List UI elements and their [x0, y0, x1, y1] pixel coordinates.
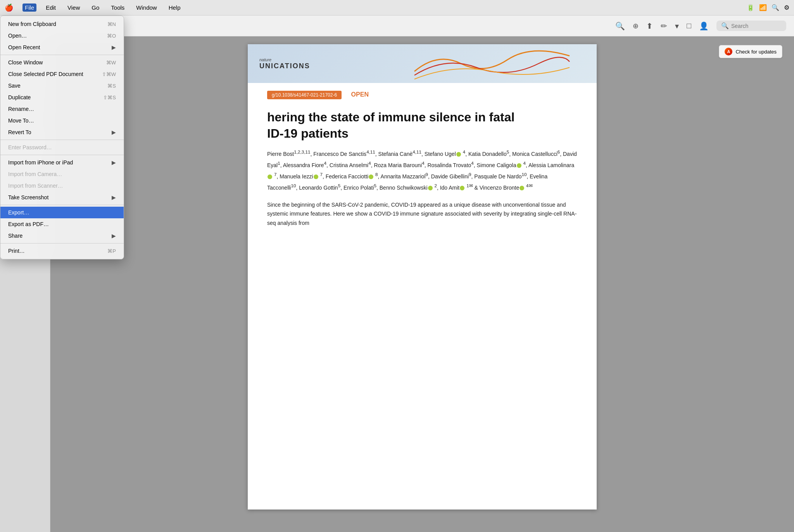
shortcut-print: ⌘P [107, 248, 116, 254]
menu-label-rename: Rename… [8, 106, 116, 112]
apple-icon: 🍎 [5, 3, 13, 12]
arrow-open-recent: ▶ [112, 44, 116, 50]
arrow-import-iphone: ▶ [112, 159, 116, 166]
menu-window[interactable]: Window [134, 3, 159, 12]
menu-edit[interactable]: Edit [43, 3, 58, 12]
header-wave-svg [387, 44, 597, 83]
file-dropdown-menu: New from Clipboard ⌘N Open… ⌘O Open Rece… [0, 16, 124, 259]
check-updates-button[interactable]: A Check for updates [719, 45, 782, 58]
search-input[interactable] [731, 23, 782, 29]
menu-item-close-pdf[interactable]: Close Selected PDF Document ⇧⌘W [0, 68, 124, 80]
menu-item-enter-password: Enter Password… [0, 142, 124, 153]
separator-5 [0, 243, 124, 244]
menu-item-share[interactable]: Share ▶ [0, 230, 124, 242]
arrow-revert: ▶ [112, 129, 116, 135]
menu-label-import-scanner: Import from Scanner… [8, 183, 116, 189]
menu-label-duplicate: Duplicate [8, 94, 103, 100]
menu-item-import-camera: Import from Camera… [0, 168, 124, 180]
sidebar-toggle-icon[interactable]: □ [687, 21, 691, 30]
menu-label-print: Print… [8, 248, 107, 254]
check-updates-label: Check for updates [735, 49, 777, 55]
menu-label-share: Share [8, 233, 112, 239]
shortcut-close-window: ⌘W [106, 60, 116, 66]
menu-item-import-iphone[interactable]: Import from iPhone or iPad ▶ [0, 157, 124, 168]
pdf-content-area: A Check for updates nature UNICATIONS g/… [50, 36, 794, 532]
abstract-text: Since the beginning of the SARS-CoV-2 pa… [267, 200, 577, 228]
menu-item-new-from-clipboard[interactable]: New from Clipboard ⌘N [0, 18, 124, 30]
zoom-out-icon[interactable]: 🔍 [615, 21, 625, 31]
menu-label-open: Open… [8, 33, 107, 39]
markup-dropdown-icon[interactable]: ▾ [675, 21, 679, 31]
shortcut-duplicate: ⇧⌘S [103, 95, 116, 100]
doi-badge[interactable]: g/10.1038/s41467-021-21702-6 [267, 91, 342, 99]
shortcut-close-pdf: ⇧⌘W [102, 71, 116, 77]
pdf-page: nature UNICATIONS g/10.1038/s41467-021-2… [248, 44, 597, 510]
journal-name: nature [259, 57, 310, 62]
menu-item-take-screenshot[interactable]: Take Screenshot ▶ [0, 192, 124, 203]
authors-block: Pierre Bost1,2,3,11, Francesco De Sancti… [267, 148, 577, 192]
menu-label-revert-to: Revert To [8, 129, 112, 135]
shortcut-save: ⌘S [107, 83, 116, 89]
menu-file[interactable]: File [22, 3, 36, 12]
title-line1: hering the state of immune silence in fa… [267, 110, 514, 124]
search-menu-icon[interactable]: 🔍 [772, 4, 779, 11]
menu-label-save: Save [8, 83, 107, 89]
wifi-icon: 📶 [759, 4, 767, 11]
menu-label-open-recent: Open Recent [8, 44, 112, 50]
menu-item-import-scanner: Import from Scanner… [0, 180, 124, 192]
menu-item-open[interactable]: Open… ⌘O [0, 30, 124, 41]
arrow-screenshot: ▶ [112, 194, 116, 200]
menu-label-import-camera: Import from Camera… [8, 171, 116, 177]
menu-bar-right: 🔋 📶 🔍 ⚙ [747, 4, 789, 11]
zoom-in-icon[interactable]: ⊕ [633, 22, 639, 30]
menu-label-password: Enter Password… [8, 144, 116, 150]
search-icon: 🔍 [721, 22, 729, 29]
share-icon[interactable]: ⬆ [646, 21, 653, 31]
shortcut-new-clipboard: ⌘N [107, 21, 116, 27]
menu-item-export-pdf[interactable]: Export as PDF… [0, 218, 124, 230]
markup-icon[interactable]: ✏ [661, 21, 667, 31]
menu-help[interactable]: Help [166, 3, 183, 12]
search-box[interactable]: 🔍 [716, 21, 786, 31]
menu-item-duplicate[interactable]: Duplicate ⇧⌘S [0, 92, 124, 103]
menu-item-open-recent[interactable]: Open Recent ▶ [0, 41, 124, 53]
menu-label-close-window: Close Window [8, 59, 106, 66]
menu-item-export[interactable]: Export… [0, 207, 124, 218]
title-line2: ID-19 patients [267, 126, 349, 140]
menu-item-move-to[interactable]: Move To… [0, 115, 124, 126]
separator-2 [0, 140, 124, 140]
check-updates-icon: A [725, 48, 732, 55]
menu-label-new-clipboard: New from Clipboard [8, 21, 107, 27]
menu-label-screenshot: Take Screenshot [8, 194, 112, 200]
menu-view[interactable]: View [65, 3, 82, 12]
arrow-share: ▶ [112, 233, 116, 239]
menu-item-print[interactable]: Print… ⌘P [0, 245, 124, 257]
open-badge: OPEN [351, 91, 369, 98]
separator-4 [0, 205, 124, 205]
menu-bar: 🍎 File Edit View Go Tools Window Help 🔋 … [0, 0, 794, 16]
menu-label-import-iphone: Import from iPhone or iPad [8, 159, 112, 166]
doi-row: g/10.1038/s41467-021-21702-6 OPEN [267, 91, 577, 104]
contact-icon[interactable]: 👤 [699, 21, 709, 31]
menu-label-export-pdf: Export as PDF… [8, 221, 116, 227]
article-title: hering the state of immune silence in fa… [267, 109, 577, 142]
journal-subtitle: UNICATIONS [259, 62, 310, 70]
menu-item-revert-to[interactable]: Revert To ▶ [0, 126, 124, 138]
menu-label-export: Export… [8, 209, 116, 216]
menu-item-rename[interactable]: Rename… [0, 103, 124, 115]
menu-item-close-window[interactable]: Close Window ⌘W [0, 57, 124, 68]
separator-1 [0, 55, 124, 55]
shortcut-open: ⌘O [107, 33, 116, 39]
menu-go[interactable]: Go [89, 3, 102, 12]
separator-3 [0, 155, 124, 155]
battery-icon: 🔋 [747, 4, 754, 11]
menu-label-close-pdf: Close Selected PDF Document [8, 71, 102, 77]
control-center-icon[interactable]: ⚙ [784, 4, 789, 11]
menu-tools[interactable]: Tools [109, 3, 127, 12]
menu-label-move-to: Move To… [8, 117, 116, 124]
menu-item-save[interactable]: Save ⌘S [0, 80, 124, 92]
pdf-header-banner: nature UNICATIONS [248, 44, 597, 83]
